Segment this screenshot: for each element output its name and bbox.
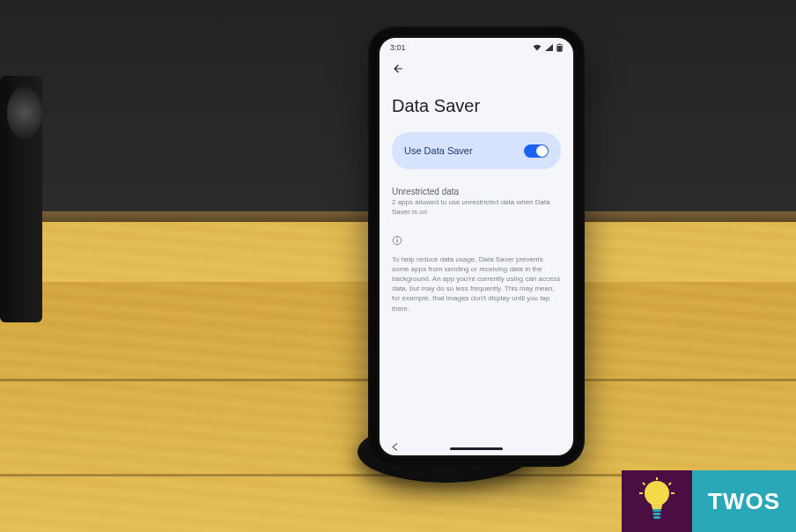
home-pill[interactable] xyxy=(450,447,503,450)
svg-rect-1 xyxy=(559,44,561,45)
page-title: Data Saver xyxy=(392,96,561,116)
info-text: To help reduce data usage, Data Saver pr… xyxy=(392,255,561,314)
unrestricted-subtitle: 2 apps allowed to use unrestricted data … xyxy=(392,198,561,218)
photo-scene: 3:01 xyxy=(0,0,796,532)
back-button[interactable] xyxy=(388,61,408,80)
phone-bezel: 3:01 xyxy=(377,35,576,458)
speaker-prop xyxy=(0,76,42,322)
status-time: 3:01 xyxy=(390,43,406,52)
lightbulb-icon xyxy=(638,477,676,525)
app-bar xyxy=(380,57,573,84)
gesture-nav-bar[interactable] xyxy=(380,441,573,455)
svg-rect-4 xyxy=(397,240,398,243)
watermark-text: TWOS xyxy=(692,470,796,532)
settings-content: Data Saver Use Data Saver Unrestricted d… xyxy=(380,84,573,441)
switch-on[interactable] xyxy=(524,144,549,158)
speaker-driver xyxy=(7,86,42,139)
svg-line-12 xyxy=(669,483,672,485)
status-icons xyxy=(533,43,563,52)
toggle-label: Use Data Saver xyxy=(404,145,473,156)
status-bar: 3:01 xyxy=(380,38,573,57)
watermark: TWOS xyxy=(622,470,796,532)
nav-back-caret-icon[interactable] xyxy=(392,443,398,453)
phone-frame: 3:01 xyxy=(368,26,585,467)
watermark-icon-box xyxy=(622,470,692,532)
svg-line-11 xyxy=(643,483,645,485)
svg-rect-2 xyxy=(557,46,562,51)
signal-icon xyxy=(545,44,553,51)
svg-rect-9 xyxy=(653,516,660,519)
unrestricted-data-item[interactable]: Unrestricted data 2 apps allowed to use … xyxy=(392,187,561,218)
battery-icon xyxy=(556,43,563,52)
use-data-saver-toggle-row[interactable]: Use Data Saver xyxy=(392,132,561,169)
info-icon xyxy=(392,233,561,249)
arrow-left-icon xyxy=(392,63,404,78)
svg-point-6 xyxy=(645,481,669,506)
phone-screen: 3:01 xyxy=(380,38,573,455)
wifi-icon xyxy=(533,44,542,51)
svg-rect-7 xyxy=(652,509,661,512)
svg-rect-5 xyxy=(397,238,398,239)
svg-rect-8 xyxy=(653,513,661,515)
unrestricted-title: Unrestricted data xyxy=(392,187,561,196)
